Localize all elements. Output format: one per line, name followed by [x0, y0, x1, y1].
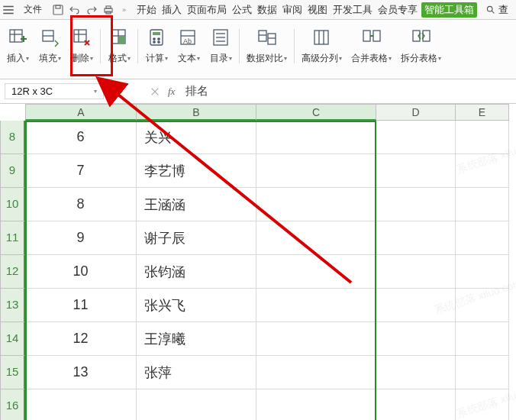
cell[interactable]: 王淳曦	[137, 322, 256, 356]
cell[interactable]	[456, 322, 509, 356]
ribbon-fill[interactable]: 填充▾	[34, 24, 66, 77]
chevron-down-icon: ▾	[339, 55, 342, 62]
row-header[interactable]: 13	[0, 289, 25, 322]
cell[interactable]: 张钧涵	[137, 255, 256, 289]
cell[interactable]: 8	[25, 188, 137, 221]
cell[interactable]: 12	[25, 322, 137, 356]
cell[interactable]	[376, 389, 456, 420]
cell[interactable]: 13	[25, 356, 137, 389]
ribbon-delete[interactable]: 删除▾	[66, 24, 98, 77]
cell[interactable]: 7	[25, 154, 137, 188]
cell[interactable]	[376, 255, 456, 289]
cell[interactable]: 谢子辰	[137, 221, 256, 255]
cell[interactable]	[376, 121, 456, 154]
cell[interactable]	[256, 322, 376, 356]
name-box[interactable]: 12R x 3C ▾	[5, 83, 104, 99]
row-header[interactable]: 12	[0, 255, 25, 289]
ribbon-mergetable[interactable]: 合并表格▾	[347, 24, 396, 77]
row-header[interactable]: 16	[0, 389, 25, 420]
table-row: 108王涵涵	[0, 188, 516, 221]
cell[interactable]	[456, 255, 509, 289]
cell[interactable]	[256, 121, 376, 154]
row-header[interactable]: 14	[0, 322, 25, 356]
col-header-d[interactable]: D	[376, 104, 456, 121]
row-header[interactable]: 8	[0, 121, 25, 154]
col-header-c[interactable]: C	[256, 104, 376, 121]
cell[interactable]: 11	[25, 289, 137, 322]
ribbon-toc[interactable]: 目录▾	[205, 24, 237, 77]
file-menu[interactable]: 文件	[24, 3, 42, 16]
tab-devtools[interactable]: 开发工具	[331, 3, 374, 17]
cell[interactable]: 张萍	[137, 356, 256, 389]
row-header[interactable]: 11	[0, 221, 25, 255]
cell[interactable]	[456, 356, 509, 389]
redo-icon[interactable]	[85, 4, 98, 16]
cell[interactable]	[456, 389, 509, 420]
ribbon-advsplit[interactable]: 高级分列▾	[297, 24, 347, 77]
ribbon-format[interactable]: 格式▾	[103, 24, 135, 77]
cell[interactable]: 王涵涵	[137, 188, 256, 221]
cell[interactable]	[376, 154, 456, 188]
cell[interactable]	[256, 356, 376, 389]
table-row: 97李艺博	[0, 154, 516, 188]
cell[interactable]	[256, 255, 376, 289]
spreadsheet-grid[interactable]: A B C D E 86关兴97李艺博108王涵涵119谢子辰1210张钧涵13…	[0, 104, 516, 420]
fx-icon[interactable]: fx	[168, 86, 175, 98]
cell[interactable]	[456, 121, 509, 154]
cell[interactable]	[376, 322, 456, 356]
svg-point-26	[153, 41, 155, 43]
row-header[interactable]: 15	[0, 356, 25, 389]
cell[interactable]: 6	[25, 121, 137, 154]
ribbon-insert[interactable]: 插入▾	[2, 24, 34, 77]
undo-icon[interactable]	[69, 4, 81, 16]
hamburger-icon[interactable]	[2, 3, 15, 17]
cell[interactable]	[376, 188, 456, 221]
cell[interactable]	[376, 221, 456, 255]
cell[interactable]	[256, 154, 376, 188]
row-header[interactable]: 10	[0, 188, 25, 221]
cell[interactable]	[256, 221, 376, 255]
cell[interactable]: 张兴飞	[137, 289, 256, 322]
tab-pagelayout[interactable]: 页面布局	[185, 3, 228, 17]
tab-review[interactable]: 审阅	[281, 3, 304, 17]
cell[interactable]: 9	[25, 221, 137, 255]
search-button[interactable]: 查	[484, 3, 511, 17]
tab-formula[interactable]: 公式	[231, 3, 253, 17]
cell[interactable]	[456, 289, 509, 322]
svg-rect-21	[118, 36, 125, 44]
cell[interactable]	[456, 221, 509, 255]
print-icon[interactable]	[102, 4, 114, 16]
tab-member[interactable]: 会员专享	[376, 3, 419, 17]
cell[interactable]	[25, 389, 137, 420]
cell[interactable]: 关兴	[137, 121, 256, 154]
cancel-icon[interactable]	[150, 86, 160, 97]
cell[interactable]	[456, 154, 509, 188]
table-row: 1412王淳曦	[0, 322, 516, 356]
qat-more-icon[interactable]: »	[122, 6, 126, 14]
tab-data[interactable]: 数据	[256, 3, 279, 17]
tab-view[interactable]: 视图	[306, 3, 329, 17]
ribbon-datacompare[interactable]: 数据对比▾	[242, 24, 292, 77]
cell[interactable]	[256, 188, 376, 221]
ribbon-calc[interactable]: 计算▾	[140, 24, 173, 77]
tab-start[interactable]: 开始	[135, 3, 158, 17]
ribbon-splittable[interactable]: 拆分表格▾	[396, 24, 446, 77]
cell[interactable]	[256, 389, 376, 420]
col-header-b[interactable]: B	[137, 104, 256, 121]
save-icon[interactable]	[52, 4, 64, 16]
formula-value[interactable]: 排名	[185, 84, 208, 99]
cell[interactable]: 10	[25, 255, 137, 289]
cell[interactable]	[376, 289, 456, 322]
cell[interactable]	[456, 188, 509, 221]
cell[interactable]	[256, 289, 376, 322]
col-header-e[interactable]: E	[456, 104, 509, 121]
tab-insert[interactable]: 插入	[160, 3, 183, 17]
col-header-a[interactable]: A	[25, 104, 137, 121]
tab-smart-toolbox[interactable]: 智能工具箱	[421, 2, 477, 18]
row-header[interactable]: 9	[0, 154, 25, 188]
cell[interactable]	[137, 389, 256, 420]
ribbon-text[interactable]: Ab 文本▾	[173, 24, 205, 77]
cell[interactable]	[376, 356, 456, 389]
cell[interactable]: 李艺博	[137, 154, 256, 188]
chevron-down-icon: ▾	[284, 55, 287, 62]
